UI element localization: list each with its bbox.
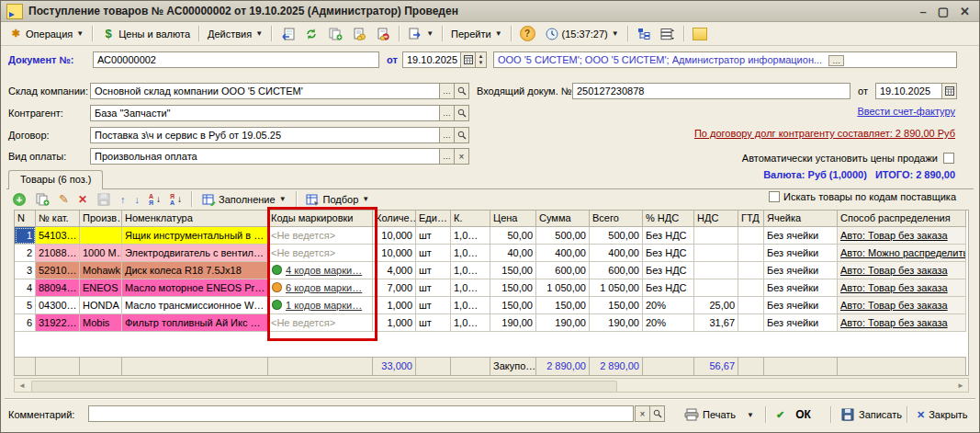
ok-button[interactable]: ✔ ОК (772, 405, 815, 424)
refresh-button[interactable] (300, 25, 322, 43)
distribution-method-link[interactable]: Авто: Товар без заказа (838, 262, 966, 279)
pick-menu-button[interactable]: Подбор▼ (303, 191, 373, 208)
cell-gtd[interactable] (738, 314, 764, 332)
cell-manuf[interactable]: ENEOS (80, 279, 122, 297)
distribution-method-link[interactable]: Авто: Товар без заказа (838, 314, 966, 332)
help-button[interactable]: ? (516, 24, 539, 43)
column-header-method[interactable]: Способ распределения (838, 211, 966, 227)
cell-qty[interactable]: 1,000 (373, 297, 416, 314)
cell-price[interactable]: 190,00 (490, 314, 536, 332)
scroll-left-arrow[interactable]: ◄ (15, 382, 29, 390)
cell-manuf[interactable] (80, 227, 122, 245)
cell-gtd[interactable] (738, 245, 764, 262)
cell-marking[interactable]: 1 кодов марки… (268, 297, 373, 314)
cell-unit[interactable]: шт (416, 245, 451, 262)
cell-n[interactable]: 1 (15, 227, 36, 245)
structure-button[interactable] (633, 25, 655, 43)
column-header-total[interactable]: Всего (590, 211, 643, 227)
cell-price[interactable]: 150,00 (490, 262, 536, 279)
actions-menu-button[interactable]: Действия▼ (204, 27, 266, 41)
cell-unit[interactable]: шт (416, 297, 451, 314)
distribution-method-link[interactable]: Авто: Товар без заказа (838, 279, 966, 297)
incoming-date-input[interactable]: 19.10.2025 (875, 83, 942, 99)
cell-gtd[interactable] (738, 262, 764, 279)
auto-prices-checkbox[interactable] (943, 153, 954, 164)
cell-name[interactable]: Фильтр топливный Ай Икс … (122, 314, 268, 332)
cell-price[interactable]: 150,00 (490, 279, 536, 297)
notes-button[interactable] (689, 26, 711, 42)
minimize-button[interactable]: – (920, 5, 927, 18)
output-menu-button[interactable]: ▼ (404, 25, 437, 43)
cell-name[interactable]: Масло трансмиссионное W… (122, 297, 268, 314)
column-header-vat_rate[interactable]: % НДС (643, 211, 694, 227)
column-header-n[interactable]: N (15, 211, 36, 227)
column-header-vat[interactable]: НДС (694, 211, 738, 227)
cell-manuf[interactable]: Mobis (80, 314, 122, 332)
table-row[interactable]: 352910…MohawkДиск колеса R18 7.5Jx184 ко… (15, 262, 968, 279)
tab-goods[interactable]: Товары (6 поз.) (8, 170, 103, 189)
column-header-unit[interactable]: Еди… (416, 211, 451, 227)
organization-input[interactable]: ООО '5 СИСТЕМ'; ООО '5 СИСТЕМ'; Админист… (493, 51, 957, 68)
cell-vat_rate[interactable]: 20% (643, 314, 694, 332)
cell-cell[interactable]: Без ячейки (764, 279, 838, 297)
cell-gtd[interactable] (738, 297, 764, 314)
cell-name[interactable]: Ящик инструментальный в … (122, 227, 268, 245)
cell-vat_rate[interactable]: 20% (643, 297, 694, 314)
cell-n[interactable]: 5 (15, 297, 36, 314)
cell-cat[interactable]: 21088… (36, 245, 80, 262)
cell-manuf[interactable]: Mohawk (80, 262, 122, 279)
cell-k[interactable]: 1,0… (451, 227, 490, 245)
cell-vat[interactable] (694, 262, 738, 279)
cell-cat[interactable]: 88094… (36, 279, 80, 297)
cell-n[interactable]: 6 (15, 314, 36, 332)
cell-sum[interactable]: 190,00 (536, 314, 590, 332)
cell-cat[interactable]: 52910… (36, 262, 80, 279)
cell-cell[interactable]: Без ячейки (764, 262, 838, 279)
copy-row-button[interactable] (32, 191, 52, 208)
column-header-manuf[interactable]: Произв… (80, 211, 122, 227)
table-row[interactable]: 221088…1000 М…Электродвигатель с вентил…… (15, 245, 968, 262)
counterparty-select-button[interactable]: … (439, 105, 455, 121)
doc-no-input[interactable]: АС00000002 (93, 51, 379, 68)
payment-clear-button[interactable]: × (454, 148, 469, 165)
prices-currency-button[interactable]: $ Цены и валюта (97, 25, 194, 43)
copy-document-button[interactable] (324, 25, 346, 43)
column-header-cat[interactable]: № кат. (36, 211, 80, 227)
cell-sum[interactable]: 600,00 (536, 262, 590, 279)
warehouse-input[interactable]: Основной склад компании ООО '5 СИСТЕМ' (90, 83, 440, 99)
marking-codes-link[interactable]: 4 кодов марки… (286, 265, 362, 276)
cell-unit[interactable]: шт (416, 314, 451, 332)
cell-price[interactable]: 50,00 (490, 227, 536, 245)
cell-n[interactable]: 4 (15, 279, 36, 297)
contract-select-button[interactable]: … (439, 127, 455, 143)
table-row[interactable]: 631922…MobisФильтр топливный Ай Икс …<Не… (15, 314, 968, 332)
close-button[interactable]: ✕ (960, 5, 970, 18)
cell-vat_rate[interactable]: Без НДС (643, 227, 694, 245)
save-button[interactable]: Записать (837, 405, 906, 424)
contract-open-button[interactable] (454, 127, 469, 143)
cell-n[interactable]: 2 (15, 245, 36, 262)
table-horizontal-scrollbar[interactable]: ◄ ► (14, 378, 969, 393)
cell-qty[interactable]: 10,000 (373, 245, 416, 262)
delete-row-button[interactable]: ✕ (75, 192, 90, 207)
cell-vat_rate[interactable]: Без НДС (643, 279, 694, 297)
sort-desc-button[interactable]: ЯА ↓ (167, 192, 185, 207)
cell-k[interactable]: 1,0… (451, 262, 490, 279)
cell-name[interactable]: Масло моторное ENEOS Pr… (122, 279, 268, 297)
cell-cell[interactable]: Без ячейки (764, 314, 838, 332)
cell-cell[interactable]: Без ячейки (764, 297, 838, 314)
move-up-button[interactable]: ↑ (118, 193, 129, 206)
column-header-name[interactable]: Номенклатура (122, 211, 268, 227)
cell-unit[interactable]: шт (416, 262, 451, 279)
comment-open-button[interactable] (649, 405, 665, 422)
cell-cell[interactable]: Без ячейки (764, 245, 838, 262)
payment-select-button[interactable]: … (439, 148, 455, 165)
cell-qty[interactable]: 7,000 (373, 279, 416, 297)
column-header-gtd[interactable]: ГТД (738, 211, 764, 227)
goto-menu-button[interactable]: Перейти▼ (447, 27, 506, 41)
cell-total[interactable]: 400,00 (590, 245, 643, 262)
supplier-code-search-checkbox[interactable] (769, 191, 780, 202)
cell-vat_rate[interactable]: Без НДС (643, 245, 694, 262)
cell-total[interactable]: 1 050,00 (590, 279, 643, 297)
cell-marking[interactable]: <Не ведется> (268, 245, 373, 262)
